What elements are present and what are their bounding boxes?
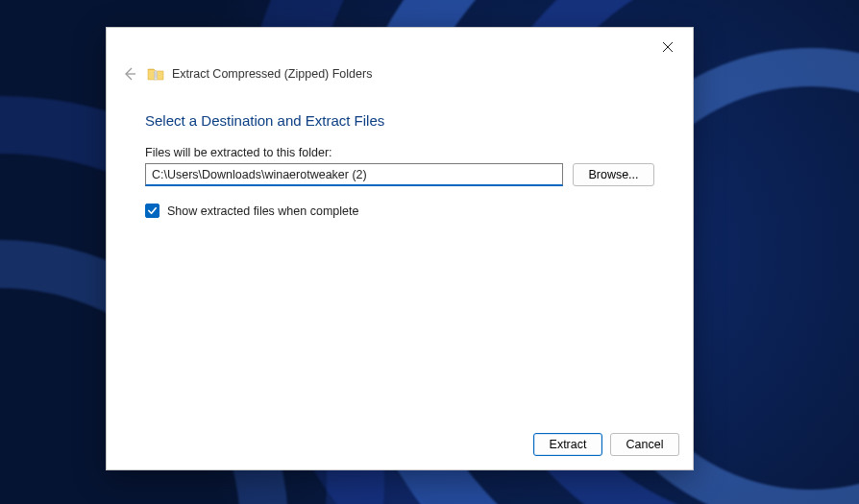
path-label: Files will be extracted to this folder: bbox=[145, 146, 654, 159]
back-button[interactable] bbox=[120, 64, 139, 84]
extract-dialog: Extract Compressed (Zipped) Folders Sele… bbox=[106, 27, 694, 470]
browse-button[interactable]: Browse... bbox=[573, 163, 654, 186]
zipped-folder-icon bbox=[147, 66, 164, 82]
show-files-checkbox-row: Show extracted files when complete bbox=[145, 204, 654, 218]
show-files-label: Show extracted files when complete bbox=[167, 204, 358, 218]
svg-rect-3 bbox=[155, 71, 158, 80]
dialog-titlebar bbox=[107, 28, 693, 60]
cancel-button[interactable]: Cancel bbox=[610, 433, 679, 456]
checkmark-icon bbox=[147, 205, 158, 216]
close-icon bbox=[662, 41, 674, 53]
extract-button[interactable]: Extract bbox=[533, 433, 602, 456]
dialog-title: Extract Compressed (Zipped) Folders bbox=[172, 67, 372, 81]
destination-path-input[interactable] bbox=[145, 163, 563, 186]
path-row: Browse... bbox=[145, 163, 654, 186]
close-button[interactable] bbox=[649, 34, 687, 60]
back-arrow-icon bbox=[122, 66, 137, 82]
dialog-footer: Extract Cancel bbox=[107, 421, 693, 469]
dialog-header: Extract Compressed (Zipped) Folders bbox=[107, 60, 693, 93]
dialog-content: Select a Destination and Extract Files F… bbox=[107, 93, 693, 421]
show-files-checkbox[interactable] bbox=[145, 204, 160, 218]
section-title: Select a Destination and Extract Files bbox=[145, 112, 654, 129]
